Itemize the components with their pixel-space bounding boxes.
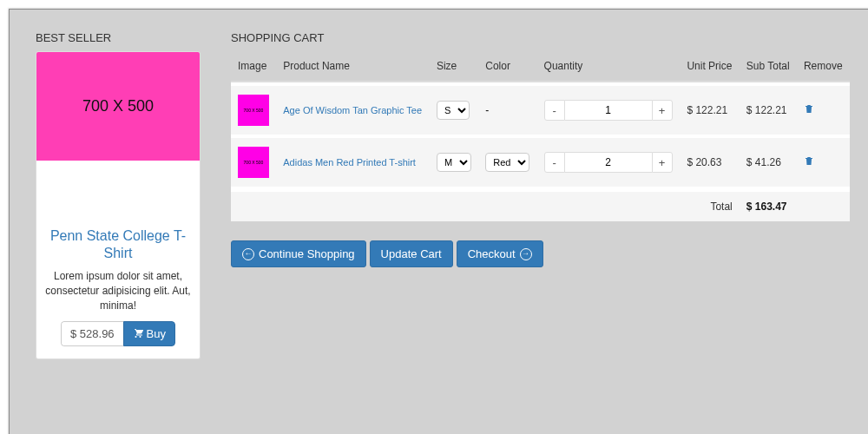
sidebar: BEST SELLER 700 X 500 Penn State College… [36, 31, 201, 359]
card-body: Penn State College T-Shirt Lorem ipsum d… [36, 161, 200, 358]
continue-shopping-button[interactable]: ← Continue Shopping [231, 240, 366, 267]
product-title[interactable]: Penn State College T-Shirt [45, 227, 191, 262]
buy-button-label: Buy [147, 327, 166, 340]
checkout-label: Checkout [468, 247, 516, 260]
col-product-name: Product Name [276, 51, 430, 82]
product-description: Lorem ipsum dolor sit amet, consectetur … [45, 269, 191, 312]
col-size: Size [430, 51, 478, 82]
arrow-right-circle-icon: → [520, 248, 532, 260]
qty-increase-button[interactable]: + [652, 100, 673, 121]
size-select[interactable]: M [437, 153, 471, 172]
item-unit-price: $ 20.63 [680, 135, 739, 187]
app-frame: BEST SELLER 700 X 500 Penn State College… [9, 9, 868, 434]
product-price: $ 528.96 [61, 321, 123, 346]
table-header-row: Image Product Name Size Color Quantity U… [231, 51, 850, 82]
total-label: Total [231, 187, 740, 221]
item-color: - [485, 104, 489, 116]
item-name-link[interactable]: Adidas Men Red Printed T-shirt [283, 157, 416, 168]
qty-increase-button[interactable]: + [652, 152, 673, 173]
update-label: Update Cart [381, 247, 442, 260]
col-remove: Remove [797, 51, 850, 82]
quantity-stepper: - + [544, 152, 673, 173]
qty-input[interactable] [565, 152, 652, 173]
action-bar: ← Continue Shopping Update Cart Checkout… [231, 240, 850, 267]
item-thumb: 700 X 500 [238, 95, 269, 126]
item-thumb: 700 X 500 [238, 147, 269, 178]
price-row: $ 528.96 Buy [61, 321, 175, 346]
continue-label: Continue Shopping [259, 247, 355, 260]
arrow-left-circle-icon: ← [242, 248, 254, 260]
quantity-stepper: - + [544, 100, 673, 121]
qty-decrease-button[interactable]: - [544, 152, 565, 173]
total-value: $ 163.47 [740, 187, 797, 221]
trash-icon[interactable] [804, 104, 814, 117]
item-sub-total: $ 41.26 [740, 135, 797, 187]
col-sub-total: Sub Total [740, 51, 797, 82]
sidebar-title: BEST SELLER [36, 31, 201, 44]
size-select[interactable]: S [437, 101, 470, 120]
item-name-link[interactable]: Age Of Wisdom Tan Graphic Tee [283, 105, 422, 115]
layout: BEST SELLER 700 X 500 Penn State College… [36, 31, 850, 359]
best-seller-card: 700 X 500 Penn State College T-Shirt Lor… [36, 51, 201, 359]
col-unit-price: Unit Price [680, 51, 739, 82]
col-color: Color [478, 51, 536, 82]
col-quantity: Quantity [537, 51, 681, 82]
cart-icon [133, 327, 143, 340]
table-row: 700 X 500 Adidas Men Red Printed T-shirt… [231, 135, 850, 187]
checkout-button[interactable]: Checkout → [457, 240, 543, 267]
qty-input[interactable] [565, 100, 652, 121]
trash-icon[interactable] [804, 156, 814, 169]
table-row: 700 X 500 Age Of Wisdom Tan Graphic Tee … [231, 82, 850, 135]
main: SHOPPING CART Image Product Name Size Co… [231, 31, 850, 359]
qty-decrease-button[interactable]: - [544, 100, 565, 121]
col-image: Image [231, 51, 276, 82]
cart-title: SHOPPING CART [231, 31, 850, 44]
item-sub-total: $ 122.21 [740, 82, 797, 135]
product-image-placeholder: 700 X 500 [36, 52, 200, 161]
item-unit-price: $ 122.21 [680, 82, 739, 135]
cart-table: Image Product Name Size Color Quantity U… [231, 51, 850, 221]
total-row: Total $ 163.47 [231, 187, 850, 221]
buy-button[interactable]: Buy [123, 321, 175, 346]
color-select[interactable]: Red [485, 153, 529, 172]
update-cart-button[interactable]: Update Cart [370, 240, 453, 267]
